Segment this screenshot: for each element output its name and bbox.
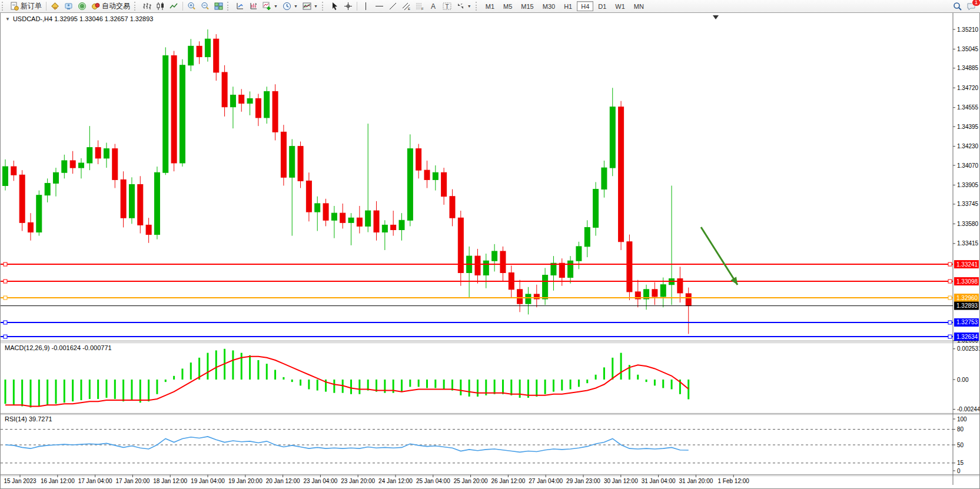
timeframe-button-d1[interactable]: D1 (594, 1, 610, 11)
time-axis-label: 18 Jan 12:00 (153, 478, 187, 484)
signals-button[interactable] (75, 1, 89, 12)
time-axis-label: 27 Jan 04:00 (529, 478, 563, 484)
cursor-icon (330, 2, 339, 11)
candle-body (348, 218, 354, 222)
time-axis-label: 17 Jan 20:00 (115, 478, 150, 484)
price-axis-tick-label: 1.33580 (957, 221, 979, 227)
candle-body (146, 225, 151, 234)
line-anchor-handle[interactable] (948, 280, 952, 283)
dropdown-caret: ▼ (467, 4, 471, 8)
vertical-line-tool-button[interactable] (359, 1, 373, 12)
line-anchor-handle[interactable] (4, 321, 7, 324)
candle-body (483, 261, 489, 275)
toolbar-separator (46, 2, 46, 11)
community-button[interactable] (62, 1, 75, 12)
time-axis-label: 31 Jan 04:00 (642, 478, 676, 484)
candle-body (686, 294, 691, 306)
candle-body (559, 263, 564, 277)
bar-chart-button[interactable] (140, 1, 154, 12)
auto-trading-button[interactable]: 自动交易 (89, 1, 132, 12)
candle-body (62, 161, 67, 172)
candle-body (188, 46, 194, 65)
line-anchor-handle[interactable] (4, 280, 7, 283)
price-axis-tick-label: 1.33745 (957, 201, 979, 207)
text-tool-button[interactable]: A (427, 1, 440, 12)
line-anchor-handle[interactable] (4, 262, 7, 266)
line-anchor-handle[interactable] (4, 296, 7, 300)
auto-trading-label: 自动交易 (102, 1, 130, 11)
templates-button[interactable]: ▼ (300, 1, 320, 12)
indicator-window-icon (235, 2, 244, 11)
candle-body (584, 227, 590, 246)
strategy-tester-button[interactable] (247, 1, 260, 12)
candle-body (450, 197, 455, 218)
vertical-line-icon (361, 2, 370, 11)
macd-indicator-label: MACD(12,26,9) -0.001624 -0.000771 (5, 344, 112, 351)
text-label-icon: T (443, 2, 451, 11)
publish-button[interactable] (48, 1, 62, 12)
timeframe-button-h4[interactable]: H4 (577, 1, 593, 11)
timeframe-button-m15[interactable]: M15 (517, 1, 537, 11)
chat-button[interactable]: 1 (964, 1, 978, 12)
clock-icon (283, 2, 291, 11)
line-anchor-handle[interactable] (948, 321, 952, 324)
label-tool-button[interactable]: T (440, 1, 454, 12)
line-anchor-handle[interactable] (948, 262, 952, 266)
price-axis-tick-label: 1.34070 (957, 162, 979, 169)
signal-icon (78, 2, 87, 11)
time-axis-label: 29 Jan 23:00 (566, 478, 600, 484)
trend-arrow-object[interactable] (701, 227, 738, 285)
dropdown-caret: ▼ (274, 4, 278, 8)
candle-body (138, 184, 143, 225)
price-axis-tick-label: 1.35210 (957, 26, 979, 33)
crosshair-button[interactable] (341, 1, 355, 12)
indicator-window-button[interactable] (233, 1, 247, 12)
chart-title: ▼USDCAD-,H4 1.32995 1.33046 1.32657 1.32… (5, 15, 153, 22)
new-order-icon (10, 2, 19, 11)
candle-body (517, 290, 523, 304)
candle-body (222, 72, 227, 107)
candle-body (424, 170, 430, 179)
add-indicator-icon (263, 2, 271, 11)
candle-body (602, 168, 607, 189)
seal-icon (51, 2, 59, 11)
timeframe-button-h1[interactable]: H1 (560, 1, 576, 11)
timeframe-button-m5[interactable]: M5 (499, 1, 516, 11)
line-anchor-handle[interactable] (948, 335, 952, 338)
horizontal-line-tool-button[interactable] (373, 1, 386, 12)
candle-body (416, 149, 421, 170)
candle-body (399, 220, 404, 229)
line-anchor-handle[interactable] (4, 335, 7, 338)
zoom-in-button[interactable] (185, 1, 198, 12)
chart-shift-marker-icon[interactable] (713, 15, 719, 19)
line-anchor-handle[interactable] (948, 296, 952, 300)
line-chart-button[interactable] (167, 1, 181, 12)
zoom-out-button[interactable] (198, 1, 212, 12)
tile-windows-button[interactable] (212, 1, 225, 12)
add-indicator-button[interactable]: ▼ (260, 1, 280, 12)
candle-body (87, 148, 92, 163)
time-axis-label: 23 Jan 20:00 (341, 478, 375, 484)
timeframe-group: M1M5M15M30H1H4D1W1MN (481, 1, 648, 11)
equidistant-channel-tool-button[interactable]: E (400, 1, 413, 12)
trendline-tool-button[interactable] (386, 1, 400, 12)
periods-button[interactable]: ▼ (280, 1, 300, 12)
cursor-button[interactable] (328, 1, 341, 12)
arrows-icon (456, 2, 465, 11)
candle-body (205, 39, 210, 56)
candle-body (500, 251, 506, 272)
price-axis-tick-label: 1.33415 (957, 240, 979, 247)
timeframe-button-w1[interactable]: W1 (611, 1, 629, 11)
chart-collapse-icon[interactable]: ▼ (5, 16, 10, 22)
new-order-button[interactable]: 新订单 (8, 1, 44, 12)
zoom-out-icon (201, 2, 210, 11)
candlestick-chart-button[interactable] (154, 1, 167, 12)
macd-axis-tick-label: 0.00 (957, 377, 969, 383)
search-button[interactable] (951, 1, 964, 12)
arrows-tool-button[interactable]: ▼ (454, 1, 474, 12)
timeframe-button-m1[interactable]: M1 (481, 1, 499, 11)
fibonacci-tool-button[interactable]: F (413, 1, 427, 12)
timeframe-button-m30[interactable]: M30 (539, 1, 559, 11)
timeframe-button-mn[interactable]: MN (630, 1, 648, 11)
chat-badge: 1 (972, 0, 980, 6)
